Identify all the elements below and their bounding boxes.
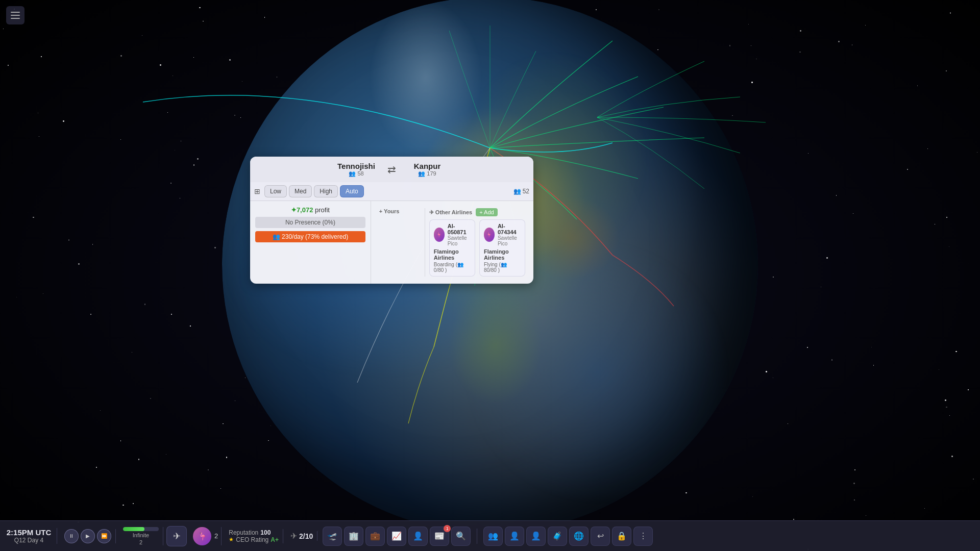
- popup-tabs: ⊞ Low Med High Auto 👥 52: [250, 182, 533, 201]
- routes-button[interactable]: 🛫: [323, 527, 342, 546]
- fleet-button[interactable]: 💼: [365, 527, 385, 546]
- ceo-value: A+: [271, 536, 279, 543]
- tab-high[interactable]: High: [314, 185, 338, 197]
- popup-body: ✦7,072 profit No Presence (0%) 👥 230/day…: [250, 201, 533, 284]
- presence-bar: No Presence (0%): [255, 217, 365, 228]
- clock-time: 2:15PM UTC: [7, 528, 52, 537]
- airline-owner-0: Sawtelle Pico: [448, 235, 471, 246]
- city-to-name: Kanpur: [404, 162, 450, 170]
- airline-avatar-row-0: 🦩 AI-050871 Sawtelle Pico: [434, 223, 471, 246]
- taskbar: 2:15PM UTC Q12 Day 4 ⏸ ▶ ⏩ Infinite 2 ✈ …: [0, 520, 980, 551]
- speed-section[interactable]: Infinite 2: [119, 527, 163, 545]
- lock-button[interactable]: 🔒: [612, 527, 631, 546]
- city-from: Tennojishi 👥 58: [333, 162, 379, 177]
- people-group-button[interactable]: 👥: [483, 527, 503, 546]
- search-button[interactable]: 🔍: [451, 527, 471, 546]
- filter-icon: ⊞: [254, 187, 260, 195]
- luggage-button[interactable]: 🧳: [548, 527, 567, 546]
- speed-sublabel: 2: [139, 539, 142, 545]
- menu-line: [11, 12, 20, 13]
- ceo-row: ★ CEO Rating A+: [229, 536, 279, 543]
- flights-section[interactable]: ✈ 2/10: [286, 531, 317, 541]
- airline-avatar-row-1: 🦩 AI-074344 Sawtelle Pico: [484, 223, 521, 246]
- flights-icon: ✈: [290, 531, 297, 541]
- airline-card-0: 🦩 AI-050871 Sawtelle Pico Flamingo Airli…: [429, 219, 475, 277]
- profit-line: ✦7,072 profit: [255, 206, 365, 214]
- person-button-2[interactable]: 👤: [526, 527, 546, 546]
- airline-name-0: Flamingo Airlines: [434, 248, 471, 261]
- more-button[interactable]: ⋮: [633, 527, 653, 546]
- person-button-1[interactable]: 👤: [505, 527, 524, 546]
- popup-header: Tennojishi 👥 58 ⇄ Kanpur 👥 179: [250, 157, 533, 182]
- reputation-row: Reputation 100: [229, 529, 271, 536]
- ceo-label: CEO Rating: [236, 536, 268, 543]
- clock-date: Q12 Day 4: [14, 537, 43, 544]
- staff-button[interactable]: 👤: [408, 527, 428, 546]
- menu-button[interactable]: [6, 6, 24, 24]
- tab-med[interactable]: Med: [289, 185, 312, 197]
- city-to-pop: 👥 179: [404, 170, 450, 177]
- speed-label: Infinite: [133, 532, 149, 538]
- flights-count: 2/10: [299, 532, 313, 540]
- tab-auto[interactable]: Auto: [340, 185, 364, 197]
- pause-button[interactable]: ⏸: [64, 529, 79, 543]
- play-button[interactable]: ▶: [81, 529, 95, 543]
- clock-section: 2:15PM UTC Q12 Day 4: [6, 528, 57, 544]
- airlines-panel: + Yours ✈ Other Airlines + Add: [371, 201, 533, 284]
- reputation-label: Reputation: [229, 529, 258, 536]
- yours-column: + Yours: [379, 208, 425, 277]
- route-stats: ✦7,072 profit No Presence (0%) 👥 230/day…: [250, 201, 371, 284]
- delivery-bar: 👥 230/day (73% delivered): [255, 231, 365, 242]
- right-icon-group: 👥 👤 👤 🧳 🌐 ↩ 🔒 ⋮: [483, 527, 653, 546]
- city-from-name: Tennojishi: [333, 162, 379, 170]
- city-from-pop: 👥 58: [333, 170, 379, 177]
- demand-indicator: 👥 52: [513, 188, 529, 195]
- globe-button[interactable]: 🌐: [569, 527, 589, 546]
- speed-fill: [123, 527, 144, 531]
- airline-avatar-0: 🦩: [434, 228, 445, 242]
- playback-controls: ⏸ ▶ ⏩: [60, 529, 116, 543]
- yours-title: + Yours: [379, 208, 421, 214]
- separator: [477, 529, 477, 544]
- reputation-section: Reputation 100 ★ CEO Rating A+: [225, 529, 283, 543]
- icon-buttons: 🛫 🏢 💼 📈 👤 📰 1 🔍: [321, 527, 473, 546]
- airline-avatar-1: 🦩: [484, 228, 495, 242]
- airline-cards: 🦩 AI-050871 Sawtelle Pico Flamingo Airli…: [429, 219, 525, 277]
- others-column: ✈ Other Airlines + Add 🦩: [429, 208, 525, 277]
- others-title: ✈ Other Airlines + Add: [429, 208, 525, 216]
- news-button[interactable]: 📰 1: [430, 527, 449, 546]
- avatar-section[interactable]: 🦩 2: [190, 527, 222, 545]
- airline-owner-1: Sawtelle Pico: [498, 235, 521, 246]
- airlines-outer: + Yours ✈ Other Airlines + Add: [375, 205, 529, 280]
- menu-line: [11, 15, 20, 16]
- undo-button[interactable]: ↩: [591, 527, 610, 546]
- speed-bar: [123, 527, 159, 531]
- fast-forward-button[interactable]: ⏩: [97, 529, 111, 543]
- inf-label: 2: [214, 532, 218, 540]
- airline-name-1: Flamingo Airlines: [484, 248, 521, 261]
- demand-icon: 👥: [513, 188, 521, 195]
- player-avatar: 🦩: [193, 527, 211, 545]
- menu-line: [11, 18, 20, 19]
- airline-id-1: AI-074344: [498, 223, 521, 235]
- airline-id-0: AI-050871: [448, 223, 471, 235]
- add-airline-button[interactable]: + Add: [476, 208, 497, 216]
- reputation-value: 100: [260, 529, 271, 536]
- city-to: Kanpur 👥 179: [404, 162, 450, 177]
- swap-icon[interactable]: ⇄: [383, 163, 400, 176]
- airline-status-0: Boarding (👥 0/80 ): [434, 262, 471, 273]
- route-popup: Tennojishi 👥 58 ⇄ Kanpur 👥 179 ⊞ Low Med…: [250, 157, 533, 284]
- finances-button[interactable]: 📈: [387, 527, 406, 546]
- airline-card-1: 🦩 AI-074344 Sawtelle Pico Flamingo Airli…: [479, 219, 525, 277]
- profit-value: ✦7,072: [291, 206, 315, 214]
- news-badge: 1: [444, 525, 451, 532]
- airline-icon-button[interactable]: ✈: [166, 526, 187, 546]
- airline-status-1: Flying (👥 80/80 ): [484, 262, 521, 273]
- tab-low[interactable]: Low: [264, 185, 287, 197]
- airports-button[interactable]: 🏢: [344, 527, 363, 546]
- star-icon: ★: [229, 536, 234, 543]
